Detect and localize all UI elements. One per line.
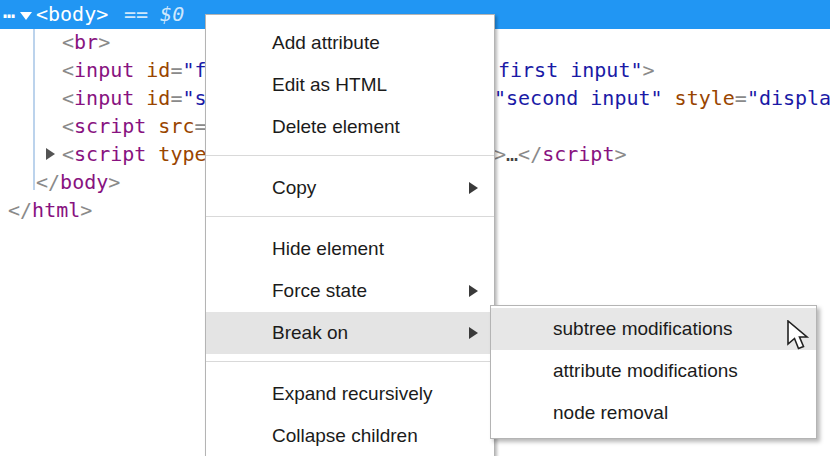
indent-guide	[33, 29, 35, 190]
menu-item-label: Copy	[272, 177, 316, 199]
menu-item-label: Hide element	[272, 238, 384, 260]
menu-separator	[206, 155, 494, 156]
tag-name: script	[542, 142, 614, 166]
attr-name: type	[146, 142, 206, 166]
bracket: >	[98, 30, 110, 54]
caret-down-icon[interactable]	[20, 12, 32, 20]
bracket: <	[62, 114, 74, 138]
bracket: >	[614, 142, 626, 166]
attr-value: "second input"	[494, 86, 663, 110]
dom-row-input-first-cont[interactable]: first input">	[498, 56, 655, 84]
attr-value: first input"	[498, 58, 643, 82]
menu-item-hide-element[interactable]: Hide element	[206, 228, 494, 270]
context-menu: Add attribute Edit as HTML Delete elemen…	[205, 14, 495, 456]
tag-name: html	[32, 198, 80, 222]
menu-item-label: Add attribute	[272, 32, 380, 54]
bracket: <	[62, 30, 74, 54]
bracket: >	[494, 142, 506, 166]
dom-row-body-close[interactable]: </body>	[36, 168, 120, 196]
menu-item-break-on[interactable]: Break on	[206, 312, 494, 354]
attr-value: "display	[747, 86, 830, 110]
attr-name: id	[134, 58, 170, 82]
tag-body: <body>	[36, 0, 108, 29]
menu-item-add-attribute[interactable]: Add attribute	[206, 22, 494, 64]
bracket: <	[62, 86, 74, 110]
tag-name: input	[74, 86, 134, 110]
attr-value: "s	[182, 86, 206, 110]
dom-row-html-close[interactable]: </html>	[8, 196, 92, 224]
break-on-submenu: subtree modifications attribute modifica…	[490, 305, 817, 439]
bracket: </	[518, 142, 542, 166]
menu-item-expand-recursively[interactable]: Expand recursively	[206, 373, 494, 415]
bracket: >	[80, 198, 92, 222]
tag-name: br	[74, 30, 98, 54]
attr-name: id	[134, 86, 170, 110]
bracket: <	[62, 58, 74, 82]
menu-item-label: Collapse children	[272, 425, 418, 447]
mouse-cursor-icon	[786, 320, 813, 354]
equals: =	[170, 58, 182, 82]
caret-right-icon[interactable]	[46, 148, 55, 160]
menu-item-label: Break on	[272, 322, 348, 344]
submenu-item-node-removal[interactable]: node removal	[491, 392, 816, 434]
equals: =	[735, 86, 747, 110]
submenu-arrow-icon	[469, 182, 478, 194]
menu-separator	[206, 216, 494, 217]
tag-name: input	[74, 58, 134, 82]
menu-item-label: Expand recursively	[272, 383, 433, 405]
bracket: <	[62, 142, 74, 166]
menu-item-collapse-children[interactable]: Collapse children	[206, 415, 494, 456]
submenu-arrow-icon	[469, 327, 478, 339]
menu-item-label: attribute modifications	[553, 360, 738, 382]
menu-item-copy[interactable]: Copy	[206, 167, 494, 209]
dom-row-input-second-cont[interactable]: "second input" style="display	[494, 84, 830, 112]
attr-value: "f	[182, 58, 206, 82]
attr-name: src	[146, 114, 194, 138]
submenu-item-attribute-modifications[interactable]: attribute modifications	[491, 350, 816, 392]
bracket: >	[643, 58, 655, 82]
dom-row-input-first[interactable]: <input id="f	[62, 56, 207, 84]
menu-item-delete-element[interactable]: Delete element	[206, 106, 494, 148]
console-hint: == $0	[124, 0, 184, 29]
submenu-item-subtree-modifications[interactable]: subtree modifications	[491, 308, 816, 350]
menu-item-edit-as-html[interactable]: Edit as HTML	[206, 64, 494, 106]
dom-row-script-src[interactable]: <script src=	[62, 112, 207, 140]
dom-row-script-type[interactable]: <script type	[62, 140, 207, 168]
overflow-ellipsis-icon[interactable]: …	[3, 0, 13, 26]
menu-item-label: Force state	[272, 280, 367, 302]
menu-item-label: subtree modifications	[553, 318, 733, 340]
dom-row-br[interactable]: <br>	[62, 28, 110, 56]
attr-name: style	[663, 86, 735, 110]
dom-row-script-type-cont[interactable]: >…</script>	[494, 140, 626, 168]
menu-item-label: node removal	[553, 402, 668, 424]
menu-separator	[206, 361, 494, 362]
dom-row-input-second[interactable]: <input id="s	[62, 84, 207, 112]
bracket: </	[36, 170, 60, 194]
bracket: </	[8, 198, 32, 222]
tag-name: body	[60, 170, 108, 194]
tag-name: script	[74, 114, 146, 138]
equals: =	[170, 86, 182, 110]
bracket: >	[108, 170, 120, 194]
menu-item-label: Edit as HTML	[272, 74, 387, 96]
menu-item-label: Delete element	[272, 116, 400, 138]
submenu-arrow-icon	[469, 285, 478, 297]
menu-item-force-state[interactable]: Force state	[206, 270, 494, 312]
collapsed-content-ellipsis[interactable]: …	[506, 142, 518, 166]
tag-name: script	[74, 142, 146, 166]
